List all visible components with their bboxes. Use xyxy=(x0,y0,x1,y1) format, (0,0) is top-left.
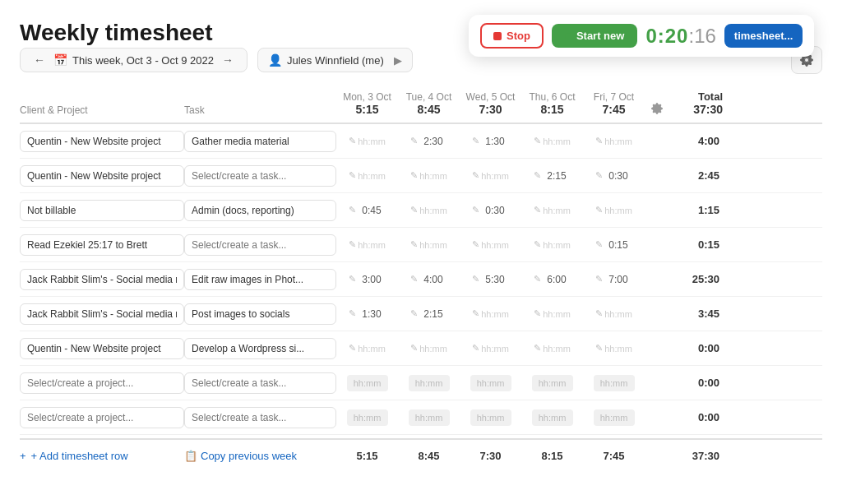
edit-time-icon[interactable]: ✎ xyxy=(534,170,541,181)
edit-time-icon[interactable]: ✎ xyxy=(534,136,541,146)
time-placeholder: hh:mm xyxy=(604,344,632,354)
row-5-task-input[interactable] xyxy=(184,303,336,325)
row-3-task-input[interactable] xyxy=(184,234,336,256)
footer-wed: 7:30 xyxy=(460,450,521,462)
edit-time-icon[interactable]: ✎ xyxy=(472,274,479,284)
row-8-day-3: hh:mm xyxy=(521,409,583,426)
row-8-project-input[interactable] xyxy=(20,407,184,428)
footer-fri: 7:45 xyxy=(583,450,645,462)
row-1-project-input[interactable] xyxy=(20,165,184,187)
row-0-task xyxy=(184,131,336,152)
edit-time-icon[interactable]: ✎ xyxy=(349,170,356,181)
time-placeholder: hh:mm xyxy=(419,206,447,215)
edit-time-icon[interactable]: ✎ xyxy=(349,274,356,284)
edit-time-icon[interactable]: ✎ xyxy=(410,136,418,146)
col-settings-icon[interactable] xyxy=(645,103,669,116)
edit-time-icon[interactable]: ✎ xyxy=(472,239,479,250)
col-tue-total: 8:45 xyxy=(398,103,460,116)
col-fri-label: Fri, 7 Oct xyxy=(594,91,634,103)
row-2-project-input[interactable] xyxy=(20,200,184,221)
row-0-task-input[interactable] xyxy=(184,131,336,152)
row-7-task-input[interactable] xyxy=(184,372,336,394)
stop-icon xyxy=(493,32,502,40)
start-new-button[interactable]: Start new xyxy=(552,24,638,48)
row-7-project-input[interactable] xyxy=(20,372,184,394)
edit-time-icon[interactable]: ✎ xyxy=(534,308,541,319)
edit-time-icon[interactable]: ✎ xyxy=(410,308,418,319)
edit-time-icon[interactable]: ✎ xyxy=(595,136,603,146)
edit-time-icon[interactable]: ✎ xyxy=(534,239,541,250)
edit-time-icon[interactable]: ✎ xyxy=(410,239,418,250)
row-7-day-0: hh:mm xyxy=(336,375,398,391)
time-placeholder: hh:mm xyxy=(358,136,386,146)
row-1-task xyxy=(184,165,336,187)
footer-add-row[interactable]: + + Add timesheet row xyxy=(20,450,184,462)
row-5-day-4: ✎hh:mm xyxy=(583,308,645,319)
edit-time-icon[interactable]: ✎ xyxy=(472,343,479,354)
week-label: This week, Oct 3 - Oct 9 2022 xyxy=(72,54,214,67)
empty-time-cell: hh:mm xyxy=(470,409,511,426)
prev-week-button[interactable]: ← xyxy=(30,53,49,67)
edit-time-icon[interactable]: ✎ xyxy=(349,308,356,319)
edit-time-icon[interactable]: ✎ xyxy=(595,170,603,181)
row-5-project-input[interactable] xyxy=(20,303,184,325)
empty-time-cell: hh:mm xyxy=(409,409,450,426)
row-6-task xyxy=(184,338,336,359)
edit-time-icon[interactable]: ✎ xyxy=(595,205,603,215)
row-6-day-1: ✎hh:mm xyxy=(398,343,460,354)
edit-time-icon[interactable]: ✎ xyxy=(349,239,356,250)
footer-mon: 5:15 xyxy=(336,450,398,462)
edit-time-icon[interactable]: ✎ xyxy=(534,274,541,284)
time-value: 2:30 xyxy=(419,136,447,147)
timesheet-badge[interactable]: timesheet... xyxy=(724,24,803,48)
row-0-day-4: ✎hh:mm xyxy=(583,136,645,146)
edit-time-icon[interactable]: ✎ xyxy=(410,274,418,284)
edit-time-icon[interactable]: ✎ xyxy=(472,136,479,146)
edit-time-icon[interactable]: ✎ xyxy=(349,205,356,215)
row-4-project-input[interactable] xyxy=(20,269,184,290)
timer-main: 0:20 xyxy=(645,25,688,47)
row-7-project xyxy=(20,372,184,394)
edit-time-icon[interactable]: ✎ xyxy=(472,308,479,319)
timer-seconds: :16 xyxy=(688,25,715,47)
row-3-task xyxy=(184,234,336,256)
time-placeholder: hh:mm xyxy=(481,309,509,319)
time-value: 7:00 xyxy=(604,274,632,285)
row-3-project-input[interactable] xyxy=(20,234,184,256)
row-0-project-input[interactable] xyxy=(20,131,184,152)
row-6-project-input[interactable] xyxy=(20,338,184,359)
stop-button[interactable]: Stop xyxy=(480,23,544,49)
row-8-task-input[interactable] xyxy=(184,407,336,428)
edit-time-icon[interactable]: ✎ xyxy=(595,274,603,284)
user-selector[interactable]: 👤 Jules Winnfield (me) ▶ xyxy=(257,48,413,72)
col-thu-header: Thu, 6 Oct 8:15 xyxy=(521,91,583,116)
row-1-task-input[interactable] xyxy=(184,165,336,187)
stop-label: Stop xyxy=(507,30,530,42)
empty-time-cell: hh:mm xyxy=(409,375,450,391)
edit-time-icon[interactable]: ✎ xyxy=(595,343,603,354)
edit-time-icon[interactable]: ✎ xyxy=(410,170,418,181)
row-6-task-input[interactable] xyxy=(184,338,336,359)
row-4-day-0: ✎3:00 xyxy=(336,274,398,285)
edit-time-icon[interactable]: ✎ xyxy=(472,170,479,181)
row-0-total: 4:00 xyxy=(669,135,723,147)
next-week-button[interactable]: → xyxy=(219,53,237,67)
edit-time-icon[interactable]: ✎ xyxy=(349,136,356,146)
edit-time-icon[interactable]: ✎ xyxy=(595,239,603,250)
edit-time-icon[interactable]: ✎ xyxy=(595,308,603,319)
edit-time-icon[interactable]: ✎ xyxy=(534,205,541,215)
table-header: Client & Project Task Mon, 3 Oct 5:15 Tu… xyxy=(20,90,822,124)
row-4-task-input[interactable] xyxy=(184,269,336,290)
edit-time-icon[interactable]: ✎ xyxy=(410,343,418,354)
row-2-task-input[interactable] xyxy=(184,200,336,221)
edit-time-icon[interactable]: ✎ xyxy=(410,205,418,215)
edit-time-icon[interactable]: ✎ xyxy=(534,343,541,354)
col-wed-total: 7:30 xyxy=(460,103,521,116)
edit-time-icon[interactable]: ✎ xyxy=(349,343,356,354)
time-placeholder: hh:mm xyxy=(358,240,386,250)
edit-time-icon[interactable]: ✎ xyxy=(472,205,479,215)
row-8-day-4: hh:mm xyxy=(583,409,645,426)
footer-copy-week[interactable]: 📋 Copy previous week xyxy=(184,450,336,462)
row-1-total: 2:45 xyxy=(669,169,723,182)
running-dot-icon xyxy=(565,33,571,39)
